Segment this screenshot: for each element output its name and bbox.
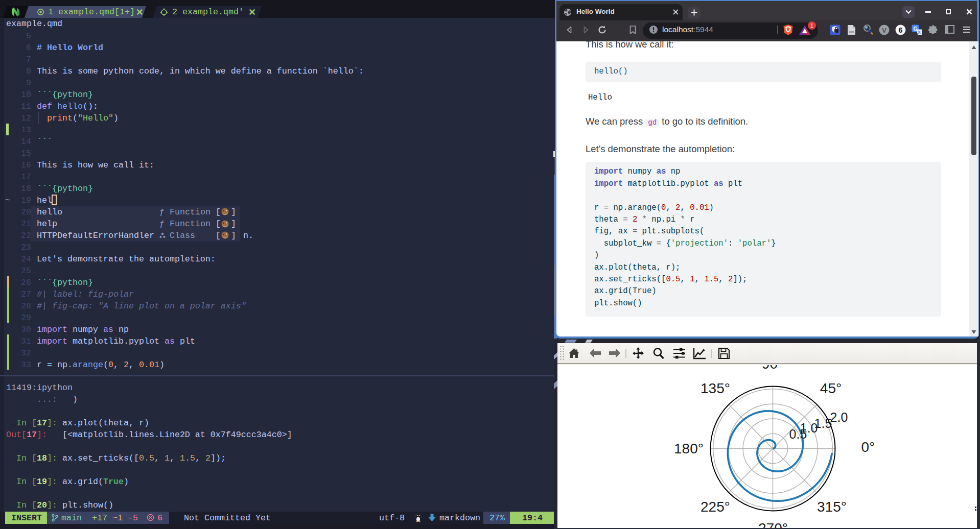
svg-text:x: x <box>918 29 921 35</box>
svg-text:V: V <box>882 27 886 34</box>
svg-text:6: 6 <box>898 27 902 35</box>
